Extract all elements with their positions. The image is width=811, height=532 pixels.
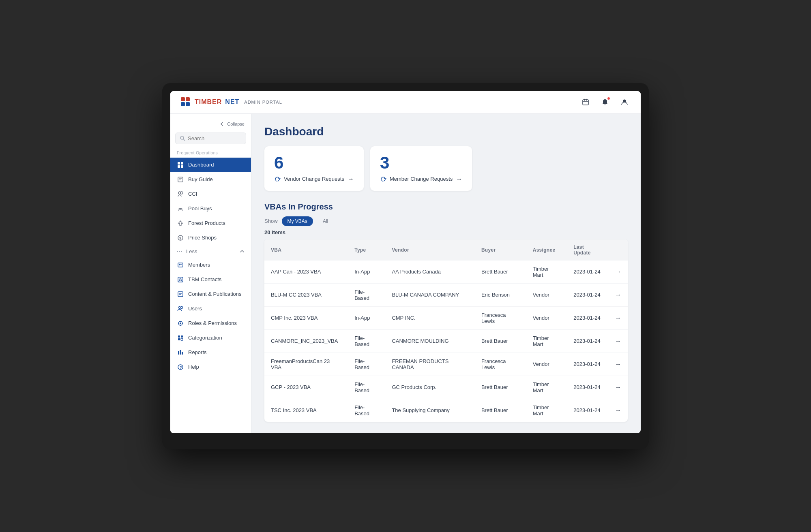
row-arrow-icon[interactable]: → <box>615 407 621 414</box>
stat-card-member[interactable]: 3 Member Change Requests → <box>370 146 472 191</box>
col-header-assignee: Assignee <box>526 239 567 261</box>
collapse-button[interactable]: Collapse <box>170 119 251 132</box>
sidebar-item-categorization[interactable]: Categorization <box>170 331 251 345</box>
cell-arrow[interactable]: → <box>608 283 628 306</box>
cci-icon <box>177 190 184 198</box>
pool-buys-icon <box>177 205 184 212</box>
cell-type: File-Based <box>348 283 385 306</box>
sidebar-item-cci[interactable]: CCI <box>170 187 251 201</box>
laptop-shell: TIMBERNET ADMIN PORTAL <box>162 83 649 449</box>
col-header-action <box>608 239 628 261</box>
sidebar-item-dashboard[interactable]: Dashboard <box>170 158 251 172</box>
cell-arrow[interactable]: → <box>608 399 628 422</box>
sidebar-item-roles-permissions-label: Roles & Permissions <box>188 320 237 326</box>
sidebar-item-help[interactable]: ? Help <box>170 360 251 374</box>
vendor-change-icon <box>274 176 281 182</box>
cell-type: File-Based <box>348 353 385 376</box>
cell-last-update: 2023-01-24 <box>567 306 608 329</box>
timbernet-logo-icon <box>180 96 191 108</box>
items-count: 20 items <box>264 229 628 235</box>
cell-assignee: Vendor <box>526 283 567 306</box>
calendar-icon-btn[interactable] <box>579 96 592 109</box>
sidebar-item-content-publications-label: Content & Publications <box>188 291 242 297</box>
cell-buyer: Francesca Lewis <box>475 306 526 329</box>
cell-arrow[interactable]: → <box>608 376 628 399</box>
svg-point-9 <box>180 136 184 139</box>
row-arrow-icon[interactable]: → <box>615 291 621 298</box>
svg-point-25 <box>180 278 181 280</box>
topbar-icons <box>579 96 631 109</box>
main-layout: Collapse Frequent Operations <box>170 114 641 433</box>
calendar-icon <box>582 98 589 106</box>
filter-my-vbas-button[interactable]: My VBAs <box>282 216 313 226</box>
sidebar-item-price-shops[interactable]: $ Price Shops <box>170 231 251 245</box>
row-arrow-icon[interactable]: → <box>615 314 621 321</box>
svg-rect-4 <box>583 100 588 105</box>
user-icon-btn[interactable] <box>618 96 631 109</box>
svg-text:$: $ <box>179 236 181 240</box>
table-header-row: VBA Type Vendor Buyer Assignee Last Upda… <box>264 239 628 261</box>
cell-vendor: GC Products Corp. <box>385 376 475 399</box>
filter-all-button[interactable]: All <box>317 216 334 226</box>
show-filter-row: Show My VBAs All <box>264 216 628 226</box>
cell-assignee: Timber Mart <box>526 376 567 399</box>
row-arrow-icon[interactable]: → <box>615 384 621 391</box>
col-header-last-update: Last Update <box>567 239 608 261</box>
sidebar-item-forest-products[interactable]: Forest Products <box>170 216 251 231</box>
row-arrow-icon[interactable]: → <box>615 268 621 275</box>
cell-buyer: Brett Bauer <box>475 399 526 422</box>
cell-arrow[interactable]: → <box>608 306 628 329</box>
cell-last-update: 2023-01-24 <box>567 353 608 376</box>
sidebar-item-members-label: Members <box>188 262 210 268</box>
cell-arrow[interactable]: → <box>608 329 628 353</box>
sidebar-item-members[interactable]: Members <box>170 258 251 272</box>
row-arrow-icon[interactable]: → <box>615 338 621 344</box>
bell-icon-btn[interactable] <box>599 96 611 109</box>
chevron-up-icon <box>240 249 245 254</box>
col-header-vba: VBA <box>264 239 348 261</box>
cell-assignee: Vendor <box>526 306 567 329</box>
cell-last-update: 2023-01-24 <box>567 399 608 422</box>
sidebar-item-content-publications[interactable]: Content & Publications <box>170 287 251 301</box>
buy-guide-icon <box>177 176 184 183</box>
sidebar-item-dashboard-label: Dashboard <box>188 162 214 168</box>
cell-buyer: Eric Benson <box>475 283 526 306</box>
col-header-buyer: Buyer <box>475 239 526 261</box>
svg-rect-14 <box>181 165 183 168</box>
cell-arrow[interactable]: → <box>608 353 628 376</box>
svg-rect-3 <box>186 102 190 106</box>
frequent-operations-label: Frequent Operations <box>170 151 251 158</box>
member-change-count: 3 <box>380 154 462 171</box>
help-icon: ? <box>177 363 184 371</box>
sidebar-item-users[interactable]: Users <box>170 301 251 316</box>
less-toggle[interactable]: Less <box>170 245 251 258</box>
cell-vendor: BLU-M CANADA COMPANY <box>385 283 475 306</box>
table-row: CANMORE_INC_2023_VBA File-Based CANMORE … <box>264 329 628 353</box>
member-card-arrow: → <box>456 175 462 183</box>
cell-arrow[interactable]: → <box>608 261 628 284</box>
cell-assignee: Vendor <box>526 353 567 376</box>
sidebar-item-reports[interactable]: Reports <box>170 345 251 360</box>
table-row: CMP Inc. 2023 VBA In-App CMP INC. France… <box>264 306 628 329</box>
vendor-change-requests-label: Vendor Change Requests <box>284 176 344 182</box>
vba-table-container: VBA Type Vendor Buyer Assignee Last Upda… <box>264 239 628 422</box>
sidebar-item-buy-guide[interactable]: Buy Guide <box>170 172 251 187</box>
search-input[interactable] <box>188 135 242 141</box>
table-row: AAP Can - 2023 VBA In-App AA Products Ca… <box>264 261 628 284</box>
sidebar-item-pool-buys[interactable]: Pool Buys <box>170 201 251 216</box>
row-arrow-icon[interactable]: → <box>615 361 621 367</box>
search-box[interactable] <box>175 132 246 144</box>
cell-last-update: 2023-01-24 <box>567 376 608 399</box>
svg-rect-40 <box>181 338 183 340</box>
cell-vendor: AA Products Canada <box>385 261 475 284</box>
sidebar-item-tbm-contacts[interactable]: TBM Contacts <box>170 272 251 287</box>
cell-vba: GCP - 2023 VBA <box>264 376 348 399</box>
cell-buyer: Brett Bauer <box>475 261 526 284</box>
users-icon <box>177 305 184 312</box>
svg-rect-1 <box>186 97 190 101</box>
stat-card-vendor[interactable]: 6 Vendor Change Requests → <box>264 146 364 191</box>
logo-timber: TIMBER <box>195 98 222 106</box>
svg-rect-38 <box>181 335 183 338</box>
sidebar-item-roles-permissions[interactable]: Roles & Permissions <box>170 316 251 331</box>
svg-rect-37 <box>178 335 180 338</box>
